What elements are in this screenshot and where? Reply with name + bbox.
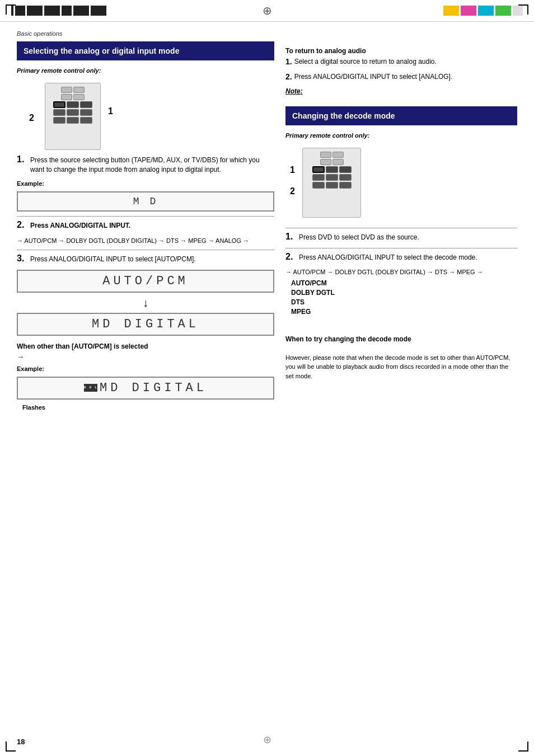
when-other-label: When other than [AUTO/PCM] is selected	[17, 342, 274, 350]
corner-tr	[518, 4, 528, 15]
step-text-3: Press ANALOG/DIGITAL INPUT to select [AU…	[30, 255, 274, 264]
divider-1	[17, 216, 274, 217]
step-return-num-1: 1.	[285, 57, 292, 66]
step-1-left: 1. Press the source selecting button (TA…	[17, 156, 274, 175]
note-label: Note:	[285, 87, 517, 95]
step-num-1: 1.	[17, 154, 28, 165]
number-2-label: 2	[29, 113, 34, 123]
crosshair-bottom: ⊕	[263, 734, 271, 746]
divider-2	[17, 250, 274, 250]
step-r1: 1. Press DVD to select DVD as the source…	[285, 233, 517, 242]
decode-mpeg: MPEG	[291, 308, 517, 316]
step-text-r2: Press ANALOG/DIGITAL INPUT to select the…	[299, 253, 517, 262]
bar-block	[91, 6, 106, 16]
section-label: Basic operations	[17, 30, 517, 37]
number-1-label: 1	[108, 106, 113, 116]
display-md-digital: MD DIGITAL	[17, 313, 274, 336]
number-r2-label: 2	[290, 186, 295, 196]
step-return-1: 1. Select a digital source to return to …	[285, 57, 517, 67]
example-label-2: Example:	[17, 365, 274, 372]
corner-bl	[6, 741, 16, 752]
dolby-indicator: DOLBY	[84, 384, 97, 392]
display-dolby-text: MD DIGITAL	[100, 381, 207, 395]
bar-magenta	[461, 6, 476, 16]
step-text-2: Press ANALOG/DIGITAL INPUT.	[30, 221, 274, 231]
bar-cyan	[478, 6, 494, 16]
step-text-r1: Press DVD to select DVD as the source.	[299, 233, 517, 242]
arrow-right-left: →	[17, 353, 274, 361]
arrow-down: ↓	[17, 297, 274, 308]
flashes-label: Flashes	[17, 404, 274, 411]
step-num-r2: 2.	[285, 252, 297, 262]
corner-tl	[6, 4, 16, 15]
decode-dolby: DOLBY DGTL	[291, 289, 517, 297]
page-number: 18	[17, 738, 25, 746]
step-return-text-1: Select a digital source to return to ana…	[294, 57, 517, 67]
remote-right: 1 2	[302, 148, 361, 218]
step-num-3: 3.	[17, 253, 28, 264]
number-r1-label: 1	[290, 165, 295, 175]
step-text-1: Press the source selecting button (TAPE/…	[30, 156, 274, 175]
bar-block	[15, 6, 25, 16]
divider-right-2	[285, 248, 517, 248]
step-num-2: 2.	[17, 220, 28, 230]
display-dolby-md: DOLBY MD DIGITAL	[17, 377, 274, 400]
right-column: To return to analog audio 1. Select a di…	[285, 41, 517, 411]
flow-text-right: → AUTO/PCM → DOLBY DGTL (DOLBY DIGITAL) …	[285, 267, 517, 277]
crosshair-top: ⊕	[263, 4, 272, 17]
display-auto-pcm: AUTO/PCM	[17, 270, 274, 293]
top-bar: ⊕	[0, 0, 534, 22]
bar-block	[44, 6, 60, 16]
primary-label-left: Primary remote control only:	[17, 67, 274, 74]
bar-block	[62, 6, 72, 16]
two-column-layout: Selecting the analog or digital input mo…	[17, 41, 517, 411]
remote-left: 2	[45, 83, 101, 150]
example-label-1: Example:	[17, 180, 274, 187]
bar-block	[27, 6, 43, 16]
decode-note-text: However, please note that when the decod…	[285, 353, 517, 381]
when-decode-label: When to try changing the decode mode	[285, 335, 517, 343]
primary-label-right: Primary remote control only:	[285, 132, 517, 139]
step-r2: 2. Press ANALOG/DIGITAL INPUT to select …	[285, 253, 517, 262]
corner-br	[518, 741, 528, 752]
main-content: Basic operations Selecting the analog or…	[0, 22, 534, 422]
return-title: To return to analog audio	[285, 47, 517, 55]
bar-block	[73, 6, 89, 16]
step-2-left: 2. Press ANALOG/DIGITAL INPUT.	[17, 221, 274, 231]
decode-dts: DTS	[291, 298, 517, 306]
divider-right-1	[285, 228, 517, 228]
step-num-r1: 1.	[285, 232, 297, 242]
step-3-left: 3. Press ANALOG/DIGITAL INPUT to select …	[17, 255, 274, 264]
decode-auto-pcm: AUTO/PCM	[291, 279, 517, 287]
flow-text-left: → AUTO/PCM → DOLBY DGTL (DOLBY DIGITAL) …	[17, 236, 274, 246]
step-return-text-2: Press ANALOG/DIGITAL INPUT to select [AN…	[294, 72, 517, 82]
bar-green	[495, 6, 511, 16]
top-bar-left-blocks	[11, 6, 106, 16]
bar-yellow	[443, 6, 459, 16]
right-section-header: Changing the decode mode	[285, 106, 517, 125]
step-return-num-2: 2.	[285, 72, 292, 81]
left-section-header: Selecting the analog or digital input mo…	[17, 41, 274, 60]
left-column: Selecting the analog or digital input mo…	[17, 41, 274, 411]
display-md: M D	[17, 191, 274, 212]
step-return-2: 2. Press ANALOG/DIGITAL INPUT to select …	[285, 72, 517, 82]
top-bar-right-blocks	[443, 6, 523, 16]
